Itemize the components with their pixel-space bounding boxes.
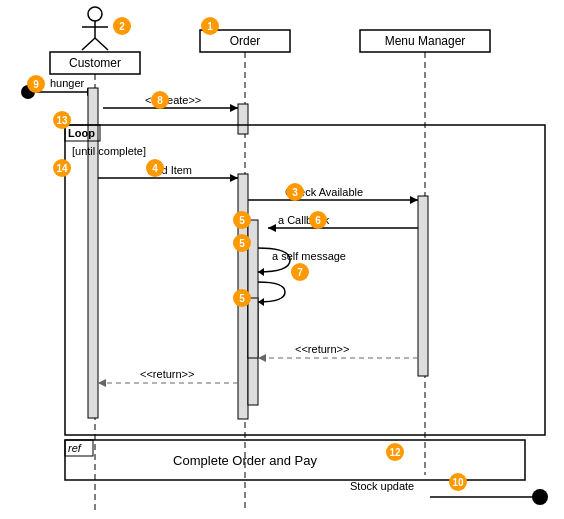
- return2-label: <<return>>: [140, 368, 194, 380]
- self-message-arrowhead: [258, 268, 264, 276]
- callback-arrowhead: [268, 224, 276, 232]
- badge-14-text: 14: [56, 163, 68, 174]
- hunger-label: hunger: [50, 77, 85, 89]
- self-return-arrowhead: [258, 298, 264, 306]
- customer-label: Customer: [69, 56, 121, 70]
- diagram-svg: Customer Order Menu Manager hunger <<cre…: [0, 0, 564, 519]
- self-message-label: a self message: [272, 250, 346, 262]
- self-return-arrow: [258, 282, 285, 302]
- order-label: Order: [230, 34, 261, 48]
- badge-10-text: 10: [452, 477, 464, 488]
- create-arrowhead: [230, 104, 238, 112]
- badge-6-text: 6: [315, 215, 321, 226]
- badge-9-text: 9: [33, 79, 39, 90]
- menu-manager-activation: [418, 196, 428, 376]
- add-item-arrowhead: [230, 174, 238, 182]
- badge-7-text: 7: [297, 267, 303, 278]
- return2-arrowhead: [98, 379, 106, 387]
- stock-update-label: Stock update: [350, 480, 414, 492]
- stock-update-end-dot: [532, 489, 548, 505]
- return1-arrowhead: [258, 354, 266, 362]
- loop-frame: [65, 125, 545, 435]
- ref-content-label: Complete Order and Pay: [173, 453, 317, 468]
- badge-5c-text: 5: [239, 293, 245, 304]
- customer-actor-head: [88, 7, 102, 21]
- badge-13-text: 13: [56, 115, 68, 126]
- badge-1-text: 1: [207, 21, 213, 32]
- loop-label-text: Loop: [68, 127, 95, 139]
- ref-label-text: ref: [68, 442, 82, 454]
- order-activation-create: [238, 104, 248, 134]
- loop-condition-text: [until complete]: [72, 145, 146, 157]
- return1-label: <<return>>: [295, 343, 349, 355]
- check-available-arrowhead: [410, 196, 418, 204]
- customer-actor-leg-left: [82, 38, 95, 50]
- sequence-diagram: Customer Order Menu Manager hunger <<cre…: [0, 0, 564, 519]
- badge-8-text: 8: [157, 95, 163, 106]
- badge-12-text: 12: [389, 447, 401, 458]
- menu-manager-label: Menu Manager: [385, 34, 466, 48]
- customer-actor-leg-right: [95, 38, 108, 50]
- badge-3-text: 3: [292, 187, 298, 198]
- badge-5b-text: 5: [239, 238, 245, 249]
- badge-4-text: 4: [152, 163, 158, 174]
- order-activation-third: [248, 298, 258, 358]
- badge-2-text: 2: [119, 21, 125, 32]
- badge-5a-text: 5: [239, 215, 245, 226]
